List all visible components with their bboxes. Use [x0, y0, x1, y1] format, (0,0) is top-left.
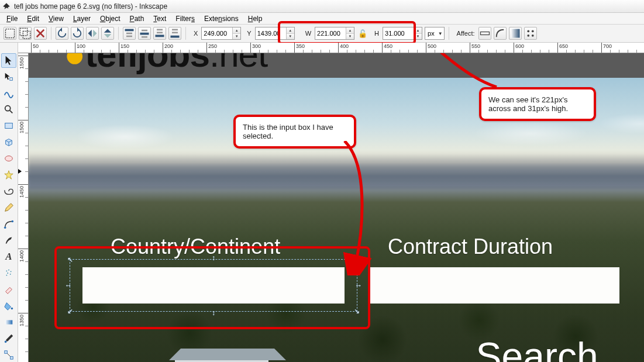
handle-r-icon[interactable]: ↔ — [355, 282, 362, 289]
svg-rect-14 — [172, 29, 178, 31]
unit-select[interactable]: px ▼ — [425, 27, 445, 40]
handle-br-icon[interactable]: ↘ — [353, 308, 360, 315]
menu-filters[interactable]: Filters — [171, 14, 199, 23]
svg-rect-39 — [5, 350, 8, 353]
y-input[interactable]: ▲▼ — [255, 27, 295, 40]
connector-tool-icon[interactable] — [1, 347, 16, 362]
menu-extensions[interactable]: Extensions — [200, 14, 243, 23]
gradient-tool-icon[interactable] — [1, 315, 16, 329]
design-header: ●tefljobs.net — [29, 53, 644, 78]
rotate-cw-icon[interactable] — [71, 27, 84, 40]
x-down-icon[interactable]: ▼ — [233, 34, 240, 40]
handle-l-icon[interactable]: ↔ — [65, 282, 72, 289]
svg-rect-2 — [23, 31, 30, 39]
y-field[interactable] — [256, 27, 286, 39]
rectangle-tool-icon[interactable] — [1, 119, 16, 133]
pencil-tool-icon[interactable] — [1, 201, 16, 215]
affect-pattern-icon[interactable] — [524, 27, 537, 40]
raise-top-icon[interactable] — [123, 27, 136, 40]
handle-b-icon[interactable]: ↕ — [210, 309, 217, 316]
select-all-all-layers-icon[interactable] — [19, 27, 32, 40]
tool-options-bar: X ▲▼ Y ▲▼ W ▲▼ 🔓 H ▲▼ px ▼ Affect: — [0, 25, 644, 43]
svg-marker-43 — [169, 349, 286, 360]
menu-help[interactable]: Help — [244, 14, 267, 23]
w-input[interactable]: ▲▼ — [315, 27, 354, 40]
handle-tl-icon[interactable]: ↖ — [67, 256, 74, 263]
node-tool-icon[interactable] — [1, 70, 16, 84]
x-field[interactable] — [202, 27, 232, 39]
handle-t-icon[interactable]: ↕ — [210, 254, 217, 261]
calligraphy-tool-icon[interactable] — [1, 233, 16, 247]
menu-file[interactable]: File — [2, 14, 22, 23]
svg-rect-16 — [171, 36, 180, 38]
menu-edit[interactable]: Edit — [23, 14, 43, 23]
svg-point-30 — [6, 270, 8, 271]
toolbox: A — [0, 43, 18, 362]
svg-rect-5 — [125, 29, 134, 32]
annotation-size-note: We can see it's 221px's across and 31px'… — [479, 87, 596, 121]
menu-object[interactable]: Object — [96, 14, 125, 23]
svg-point-33 — [7, 273, 8, 274]
svg-rect-0 — [6, 29, 15, 38]
w-field[interactable] — [315, 27, 346, 39]
zoom-tool-icon[interactable] — [1, 102, 16, 117]
text-tool-icon[interactable]: A — [1, 249, 16, 264]
w-up-icon[interactable]: ▲ — [346, 27, 354, 34]
menu-path[interactable]: Path — [126, 14, 149, 23]
flip-v-icon[interactable] — [101, 27, 114, 40]
menu-text[interactable]: Text — [149, 14, 170, 23]
canvas[interactable]: ●tefljobs.net Country/Continent Contract… — [29, 53, 644, 362]
tweak-tool-icon[interactable] — [1, 86, 16, 101]
3dbox-tool-icon[interactable] — [1, 135, 16, 150]
spray-tool-icon[interactable] — [1, 266, 16, 280]
svg-point-32 — [11, 271, 12, 272]
handle-tr-icon[interactable]: ↗ — [353, 256, 360, 263]
lower-icon[interactable] — [153, 27, 166, 40]
x-up-icon[interactable]: ▲ — [233, 27, 240, 34]
selector-tool-icon[interactable] — [1, 53, 16, 68]
affect-stroke-icon[interactable] — [478, 27, 491, 40]
dropper-tool-icon[interactable] — [1, 331, 16, 346]
h-field[interactable] — [383, 27, 414, 39]
lower-bottom-icon[interactable] — [168, 27, 181, 40]
y-down-icon[interactable]: ▼ — [287, 34, 294, 40]
h-input[interactable]: ▲▼ — [383, 27, 422, 40]
h-up-icon[interactable]: ▲ — [414, 27, 422, 34]
unit-value: px — [428, 30, 435, 37]
flip-h-icon[interactable] — [86, 27, 99, 40]
brand-text: ●tefljobs.net — [64, 53, 267, 75]
svg-rect-15 — [172, 32, 178, 34]
paintbucket-tool-icon[interactable] — [1, 298, 16, 313]
menubar: File Edit View Layer Object Path Text Fi… — [0, 13, 644, 25]
x-input[interactable]: ▲▼ — [201, 27, 241, 40]
menu-view[interactable]: View — [44, 14, 68, 23]
deselect-icon[interactable] — [34, 27, 47, 40]
svg-point-24 — [5, 106, 11, 111]
select-all-layer-icon[interactable] — [4, 27, 16, 40]
handle-bl-icon[interactable]: ↙ — [67, 308, 74, 315]
lock-aspect-icon[interactable]: 🔓 — [357, 27, 369, 39]
selection-outline: ↖ ↗ ↙ ↘ ↕ ↕ ↔ ↔ — [70, 259, 357, 312]
raise-icon[interactable] — [138, 27, 151, 40]
bezier-tool-icon[interactable] — [1, 217, 16, 232]
rotate-ccw-icon[interactable] — [56, 27, 68, 40]
menu-layer[interactable]: Layer — [69, 14, 95, 23]
h-down-icon[interactable]: ▼ — [414, 34, 422, 40]
label-country: Country/Continent — [111, 235, 280, 259]
svg-rect-13 — [156, 35, 164, 37]
w-down-icon[interactable]: ▼ — [346, 34, 354, 40]
star-tool-icon[interactable] — [1, 168, 16, 182]
svg-rect-40 — [11, 356, 13, 359]
svg-point-38 — [5, 340, 7, 343]
affect-corner-icon[interactable] — [494, 27, 507, 40]
search-heading: Search. — [476, 334, 609, 362]
svg-point-34 — [10, 274, 11, 275]
y-up-icon[interactable]: ▲ — [287, 27, 294, 34]
input-duration[interactable] — [368, 267, 619, 304]
spiral-tool-icon[interactable] — [1, 184, 16, 199]
affect-gradient-icon[interactable] — [509, 27, 522, 40]
eraser-tool-icon[interactable] — [1, 282, 16, 297]
ellipse-tool-icon[interactable] — [1, 151, 16, 166]
svg-point-28 — [4, 227, 6, 229]
svg-rect-12 — [157, 32, 163, 34]
